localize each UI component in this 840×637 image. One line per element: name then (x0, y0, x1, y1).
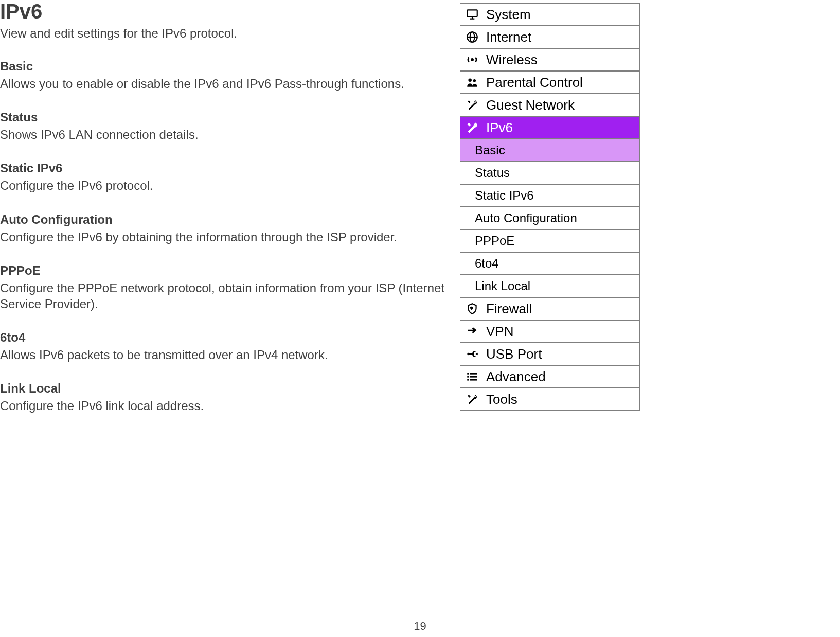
sidebar-item-label: System (486, 7, 531, 23)
sidebar-subitem-link-local[interactable]: Link Local (460, 275, 640, 298)
people-icon (463, 74, 481, 91)
globe-icon (463, 28, 481, 46)
section-body: Configure the IPv6 by obtaining the info… (0, 229, 448, 245)
svg-rect-11 (470, 373, 477, 374)
sidebar-subitem-label: Static IPv6 (475, 188, 534, 203)
svg-rect-0 (467, 10, 477, 16)
sidebar-item-wireless[interactable]: Wireless (460, 49, 640, 72)
section-heading: 6to4 (0, 330, 448, 345)
shield-icon (463, 300, 481, 317)
sidebar-item-label: VPN (486, 324, 513, 340)
svg-point-6 (471, 59, 473, 60)
wifi-icon (463, 51, 481, 68)
sidebar-subitem-basic[interactable]: Basic (460, 139, 640, 162)
section-heading: PPPoE (0, 263, 448, 278)
wrench-icon (463, 96, 481, 114)
arrow-icon (463, 323, 481, 340)
section-auto-config: Auto Configuration Configure the IPv6 by… (0, 213, 448, 245)
sidebar-item-firewall[interactable]: Firewall (460, 298, 640, 321)
sidebar-item-label: Tools (486, 392, 517, 408)
svg-point-8 (473, 79, 476, 82)
section-body: Configure the PPPoE network protocol, ob… (0, 280, 448, 312)
sidebar-item-label: Advanced (486, 369, 546, 385)
section-body: Configure the IPv6 link local address. (0, 398, 448, 414)
section-6to4: 6to4 Allows IPv6 packets to be transmitt… (0, 330, 448, 363)
section-heading: Auto Configuration (0, 213, 448, 227)
page-subtitle: View and edit settings for the IPv6 prot… (0, 26, 448, 41)
sidebar-item-parental-control[interactable]: Parental Control (460, 72, 640, 94)
section-static-ipv6: Static IPv6 Configure the IPv6 protocol. (0, 161, 448, 193)
svg-rect-14 (467, 379, 469, 380)
sidebar-subitem-label: Basic (475, 143, 505, 157)
sidebar-item-usb-port[interactable]: USB Port (460, 343, 640, 366)
sidebar-item-label: IPv6 (486, 120, 513, 136)
svg-rect-13 (470, 376, 477, 377)
section-heading: Basic (0, 59, 448, 74)
section-pppoe: PPPoE Configure the PPPoE network protoc… (0, 263, 448, 312)
section-body: Configure the IPv6 protocol. (0, 178, 448, 193)
sidebar-subitem-6to4[interactable]: 6to4 (460, 253, 640, 275)
section-body: Shows IPv6 LAN connection details. (0, 127, 448, 143)
monitor-icon (463, 6, 481, 23)
section-basic: Basic Allows you to enable or disable th… (0, 59, 448, 92)
sidebar-subitem-label: PPPoE (475, 234, 514, 248)
section-body: Allows IPv6 packets to be transmitted ov… (0, 347, 448, 363)
page-number: 19 (414, 620, 426, 633)
sidebar-item-ipv6[interactable]: IPv6 (460, 117, 640, 139)
sidebar-subitem-auto-config[interactable]: Auto Configuration (460, 207, 640, 230)
section-link-local: Link Local Configure the IPv6 link local… (0, 381, 448, 414)
wrench-icon (463, 391, 481, 408)
sidebar-item-internet[interactable]: Internet (460, 26, 640, 49)
sidebar-nav: System Internet Wireless Parental Contro… (460, 3, 640, 411)
sidebar-subitem-label: Status (475, 166, 510, 180)
sidebar-subitem-status[interactable]: Status (460, 162, 640, 185)
sidebar-subitem-label: Link Local (475, 279, 530, 293)
sidebar-item-label: Guest Network (486, 97, 575, 113)
section-heading: Static IPv6 (0, 161, 448, 175)
page-title: IPv6 (0, 0, 448, 23)
section-heading: Link Local (0, 381, 448, 396)
section-heading: Status (0, 110, 448, 125)
sidebar-item-label: Internet (486, 29, 531, 45)
sidebar-item-label: Wireless (486, 52, 538, 68)
main-content: IPv6 View and edit settings for the IPv6… (0, 0, 448, 433)
list-icon (463, 368, 481, 385)
sidebar-item-guest-network[interactable]: Guest Network (460, 94, 640, 117)
sidebar-item-advanced[interactable]: Advanced (460, 366, 640, 388)
sidebar-subitem-static-ipv6[interactable]: Static IPv6 (460, 185, 640, 207)
sidebar-item-tools[interactable]: Tools (460, 388, 640, 411)
sidebar-item-system[interactable]: System (460, 4, 640, 26)
sidebar-item-label: Firewall (486, 301, 532, 317)
sidebar-item-vpn[interactable]: VPN (460, 321, 640, 343)
section-status: Status Shows IPv6 LAN connection details… (0, 110, 448, 143)
sidebar-subitem-pppoe[interactable]: PPPoE (460, 230, 640, 253)
sidebar-subitem-label: Auto Configuration (475, 211, 577, 225)
sidebar-item-label: Parental Control (486, 75, 583, 91)
wrench-icon (463, 119, 481, 136)
section-body: Allows you to enable or disable the IPv6… (0, 76, 448, 92)
svg-point-7 (468, 78, 472, 82)
svg-rect-10 (467, 373, 469, 374)
sidebar-subitem-label: 6to4 (475, 256, 499, 271)
usb-icon (463, 345, 481, 363)
sidebar-item-label: USB Port (486, 346, 542, 362)
svg-rect-12 (467, 376, 469, 377)
svg-rect-15 (470, 379, 477, 380)
